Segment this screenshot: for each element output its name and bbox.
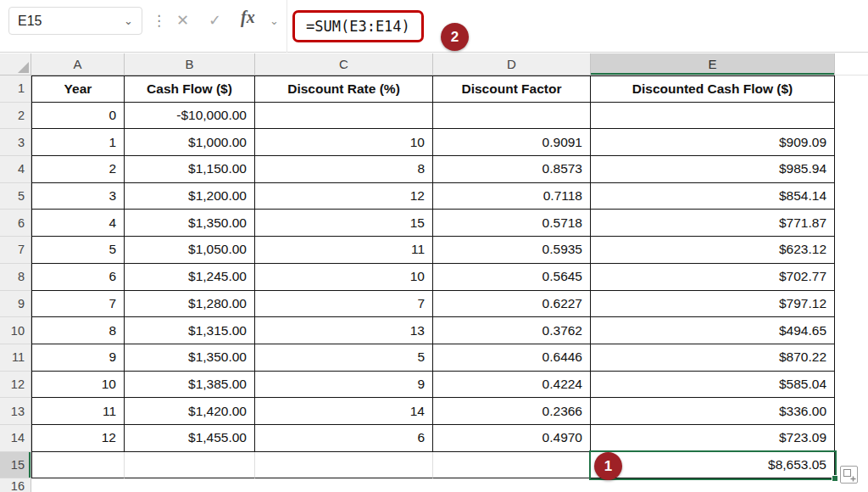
table-cell[interactable] bbox=[433, 103, 591, 130]
formula-input[interactable]: =SUM(E3:E14) bbox=[287, 0, 868, 53]
table-cell[interactable]: 0.2366 bbox=[433, 398, 591, 425]
table-cell[interactable]: 5 bbox=[31, 237, 125, 264]
table-cell[interactable]: $1,200.00 bbox=[125, 183, 255, 210]
insert-function-icon[interactable]: fx bbox=[241, 8, 255, 27]
cancel-icon[interactable]: ✕ bbox=[176, 11, 189, 30]
table-cell[interactable]: 14 bbox=[255, 398, 433, 425]
column-header-c[interactable]: C bbox=[255, 53, 433, 75]
table-cell[interactable]: $623.12 bbox=[591, 237, 835, 264]
table-cell[interactable]: $771.87 bbox=[591, 210, 835, 237]
table-cell[interactable]: $985.94 bbox=[591, 156, 835, 183]
table-cell[interactable]: $870.22 bbox=[591, 344, 835, 372]
row-header[interactable]: 3 bbox=[0, 129, 31, 156]
table-cell[interactable]: 0.4970 bbox=[433, 425, 591, 452]
row-header[interactable]: 11 bbox=[0, 344, 31, 372]
table-cell[interactable]: 2 bbox=[31, 156, 125, 183]
table-cell[interactable]: 7 bbox=[255, 291, 433, 318]
fill-handle[interactable] bbox=[832, 475, 838, 482]
row-header[interactable]: 4 bbox=[0, 156, 31, 183]
name-box[interactable]: E15 ⌄ bbox=[8, 7, 142, 35]
table-cell[interactable]: 0.6227 bbox=[433, 291, 591, 318]
row-header[interactable]: 16 bbox=[0, 478, 31, 492]
table-cell[interactable]: $797.12 bbox=[591, 291, 835, 318]
row-header[interactable]: 13 bbox=[0, 398, 31, 425]
table-cell[interactable]: 12 bbox=[255, 183, 433, 210]
table-cell[interactable]: 0.4224 bbox=[433, 372, 591, 399]
column-header-e[interactable]: E bbox=[591, 53, 835, 75]
row-header[interactable]: 15 bbox=[0, 452, 31, 479]
auto-fill-options-icon[interactable] bbox=[840, 466, 858, 484]
table-cell[interactable]: -$10,000.00 bbox=[125, 103, 255, 130]
table-cell[interactable]: $1,050.00 bbox=[125, 237, 255, 264]
table-header-cell[interactable]: Cash Flow ($) bbox=[125, 75, 255, 103]
table-cell[interactable]: 1 bbox=[31, 129, 125, 156]
select-all-button[interactable] bbox=[0, 53, 31, 75]
table-cell[interactable]: $1,385.00 bbox=[125, 372, 255, 399]
table-cell[interactable]: 0.6446 bbox=[433, 344, 591, 372]
table-cell[interactable]: $723.09 bbox=[591, 425, 835, 452]
table-cell[interactable]: 4 bbox=[31, 210, 125, 237]
table-cell[interactable]: $336.00 bbox=[591, 398, 835, 425]
table-cell[interactable]: 0.3762 bbox=[433, 317, 591, 344]
table-header-cell[interactable]: Discount Factor bbox=[433, 75, 591, 103]
table-cell[interactable] bbox=[255, 103, 433, 130]
row-header[interactable]: 1 bbox=[0, 75, 31, 103]
table-cell[interactable]: $1,150.00 bbox=[125, 156, 255, 183]
table-cell[interactable] bbox=[31, 452, 125, 479]
table-cell[interactable]: 6 bbox=[31, 264, 125, 291]
row-header[interactable]: 9 bbox=[0, 291, 31, 318]
row-header[interactable]: 7 bbox=[0, 237, 31, 264]
column-header-a[interactable]: A bbox=[31, 53, 125, 75]
table-cell[interactable]: 9 bbox=[31, 344, 125, 372]
table-cell[interactable]: 11 bbox=[31, 398, 125, 425]
table-cell[interactable] bbox=[125, 452, 255, 479]
table-cell[interactable]: $909.09 bbox=[591, 129, 835, 156]
table-cell[interactable]: 0.5718 bbox=[433, 210, 591, 237]
table-cell[interactable]: 11 bbox=[255, 237, 433, 264]
table-cell[interactable]: 3 bbox=[31, 183, 125, 210]
table-cell[interactable]: 0.7118 bbox=[433, 183, 591, 210]
table-cell[interactable]: 6 bbox=[255, 425, 433, 452]
row-header[interactable]: 10 bbox=[0, 317, 31, 344]
table-cell[interactable] bbox=[433, 452, 591, 479]
table-header-cell[interactable]: Year bbox=[31, 75, 125, 103]
table-cell[interactable]: $494.65 bbox=[591, 317, 835, 344]
table-cell[interactable]: 0.8573 bbox=[433, 156, 591, 183]
table-header-cell[interactable]: Discount Rate (%) bbox=[255, 75, 433, 103]
row-header[interactable]: 12 bbox=[0, 372, 31, 399]
table-cell[interactable]: 9 bbox=[255, 372, 433, 399]
table-cell[interactable]: $1,420.00 bbox=[125, 398, 255, 425]
table-cell[interactable]: $1,000.00 bbox=[125, 129, 255, 156]
table-cell[interactable]: $854.14 bbox=[591, 183, 835, 210]
row-header[interactable]: 6 bbox=[0, 210, 31, 237]
table-cell[interactable]: $702.77 bbox=[591, 264, 835, 291]
table-cell[interactable]: $585.04 bbox=[591, 372, 835, 399]
table-cell[interactable]: 12 bbox=[31, 425, 125, 452]
table-cell[interactable]: 0.5645 bbox=[433, 264, 591, 291]
table-cell[interactable]: 15 bbox=[255, 210, 433, 237]
chevron-down-icon[interactable]: ⌄ bbox=[270, 14, 279, 27]
table-cell[interactable]: $1,280.00 bbox=[125, 291, 255, 318]
table-cell[interactable]: 10 bbox=[255, 129, 433, 156]
table-cell[interactable]: $1,455.00 bbox=[125, 425, 255, 452]
table-cell[interactable]: 0.9091 bbox=[433, 129, 591, 156]
table-cell[interactable]: 8 bbox=[255, 156, 433, 183]
table-cell[interactable]: 5 bbox=[255, 344, 433, 372]
row-header[interactable]: 14 bbox=[0, 425, 31, 452]
table-cell[interactable]: 0 bbox=[31, 103, 125, 130]
row-header[interactable]: 2 bbox=[0, 103, 31, 130]
table-cell[interactable]: 0.5935 bbox=[433, 237, 591, 264]
row-header[interactable]: 5 bbox=[0, 183, 31, 210]
table-cell[interactable]: 7 bbox=[31, 291, 125, 318]
table-cell[interactable] bbox=[255, 452, 433, 479]
table-cell[interactable]: 13 bbox=[255, 317, 433, 344]
table-cell[interactable]: $1,350.00 bbox=[125, 210, 255, 237]
table-cell[interactable]: 8 bbox=[31, 317, 125, 344]
table-header-cell[interactable]: Discounted Cash Flow ($) bbox=[591, 75, 835, 103]
table-cell[interactable]: $1,245.00 bbox=[125, 264, 255, 291]
table-cell[interactable]: 10 bbox=[255, 264, 433, 291]
column-header-b[interactable]: B bbox=[125, 53, 255, 75]
table-cell[interactable]: $1,350.00 bbox=[125, 344, 255, 372]
column-header-d[interactable]: D bbox=[433, 53, 591, 75]
chevron-down-icon[interactable]: ⌄ bbox=[124, 14, 133, 27]
